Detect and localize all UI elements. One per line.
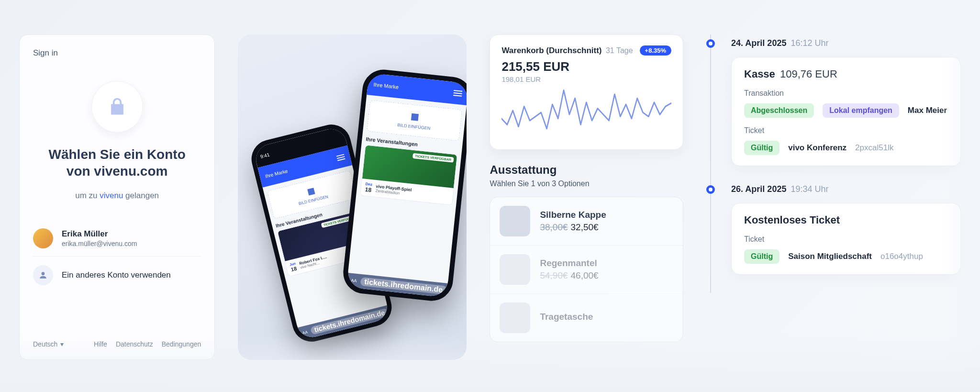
lock-icon [91, 81, 143, 133]
timeline-card[interactable]: Kostenloses Ticket Ticket Gültig Saison … [731, 203, 961, 275]
phone-time: 9:41 [260, 152, 270, 159]
timeline-item: 24. April 2025 16:12 Uhr Kasse 109,76 EU… [706, 38, 961, 166]
signin-card: Sign in Wählen Sie ein Konto von vivenu.… [19, 34, 215, 360]
signin-title: Wählen Sie ein Konto von vivenu.com [33, 146, 201, 179]
avg-cart-chart-card: Warenkorb (Durchschnitt) 31 Tage +8.35% … [490, 34, 683, 150]
signin-header: Sign in [33, 48, 201, 58]
timeline-date: 26. April 2025 19:34 Uhr [731, 184, 961, 194]
signin-subtitle: um zu vivenu gelangen [33, 191, 201, 201]
timeline-time: 16:12 Uhr [791, 38, 828, 48]
section-label: Transaktion [744, 89, 948, 98]
status-pill: Gültig [744, 249, 780, 264]
option-image [500, 206, 530, 236]
phone-brand: Ihre Marke [265, 168, 289, 179]
status-pill: Lokal empfangen [823, 103, 899, 118]
terms-link[interactable]: Bedingungen [162, 340, 201, 348]
account-email: erika.müller@vivenu.com [62, 240, 137, 247]
chart-title: Warenkorb (Durchschnitt) [501, 46, 601, 55]
section-label: Ticket [744, 126, 948, 135]
use-other-account-label: Ein anderes Konto verwenden [62, 270, 171, 280]
timeline-dot [706, 39, 715, 48]
timeline: 24. April 2025 16:12 Uhr Kasse 109,76 EU… [706, 34, 961, 293]
timeline-date: 24. April 2025 16:12 Uhr [731, 38, 961, 48]
section-label: Ticket [744, 235, 948, 244]
event-card[interactable]: TICKETS VERFÜGBAR Dez18 vivo Playoff-Spi… [360, 145, 457, 205]
timeline-dot [706, 185, 715, 194]
chart-previous: 198,01 EUR [501, 75, 671, 83]
status-pill: Abgeschlossen [744, 103, 814, 118]
chart-delta-badge: +8.35% [640, 45, 671, 56]
option-row[interactable]: Silberne Kappe 38,00€32,50€ [490, 197, 683, 246]
timeline-time: 19:34 Uhr [791, 184, 828, 194]
use-other-account[interactable]: Ein anderes Konto verwenden [33, 257, 201, 294]
section-text: Max Meier [908, 106, 947, 115]
option-price: 38,00€32,50€ [540, 222, 606, 233]
chart-period: 31 Tage [606, 46, 633, 55]
signin-footer: Deutsch ▾ Hilfe Datenschutz Bedingungen [33, 340, 201, 348]
option-row[interactable]: Tragetasche [490, 294, 683, 342]
card-heading: Kostenloses Ticket [744, 214, 948, 226]
options-title: Ausstattung [490, 163, 683, 177]
phone-mockup: 9:41 Ihre Marke BILD EINFÜGEN Ihre Veran… [238, 34, 467, 360]
insert-image-panel[interactable]: BILD EINFÜGEN [367, 100, 463, 141]
status-pill: Gültig [744, 141, 780, 155]
option-image [500, 302, 530, 333]
section-text: Saison Mitgliedschaft [788, 252, 872, 261]
section-code: o16o4ythup [880, 252, 923, 261]
section-code: 2pxcal51lk [855, 143, 893, 153]
privacy-link[interactable]: Datenschutz [116, 340, 153, 348]
card-heading: Kasse 109,76 EUR [744, 68, 948, 80]
signin-title-line2: von vivenu.com [67, 164, 168, 179]
options-subtitle: Wählen Sie 1 von 3 Optionen [490, 179, 683, 188]
language-select[interactable]: Deutsch ▾ [33, 340, 64, 348]
section-text: vivo Konferenz [788, 143, 846, 153]
phone-brand: Ihre Marke [373, 81, 399, 90]
sparkline [501, 86, 671, 139]
option-name: Silberne Kappe [540, 210, 606, 220]
phone-front: Ihre Marke BILD EINFÜGEN Ihre Veranstalt… [341, 67, 467, 302]
help-link[interactable]: Hilfe [94, 340, 107, 348]
signin-title-line1: Wählen Sie ein Konto [49, 147, 186, 162]
options-section: Ausstattung Wählen Sie 1 von 3 Optionen … [490, 163, 683, 342]
option-row[interactable]: Regenmantel 54,90€46,00€ [490, 246, 683, 294]
avatar [33, 228, 53, 248]
option-name: Tragetasche [540, 312, 593, 322]
brand-link[interactable]: vivenu [100, 191, 123, 200]
option-name: Regenmantel [540, 258, 598, 269]
timeline-card[interactable]: Kasse 109,76 EUR Transaktion Abgeschloss… [731, 57, 961, 166]
chevron-down-icon: ▾ [60, 340, 64, 348]
chart-value: 215,55 EUR [501, 59, 671, 74]
option-price: 54,90€46,00€ [540, 270, 598, 281]
timeline-item: 26. April 2025 19:34 Uhr Kostenloses Tic… [706, 184, 961, 275]
account-name: Erika Müller [62, 229, 137, 239]
hamburger-icon[interactable] [336, 154, 345, 161]
option-image [500, 254, 530, 285]
account-option[interactable]: Erika Müller erika.müller@vivenu.com [33, 221, 201, 257]
hamburger-icon[interactable] [453, 90, 462, 97]
user-icon [33, 265, 53, 285]
